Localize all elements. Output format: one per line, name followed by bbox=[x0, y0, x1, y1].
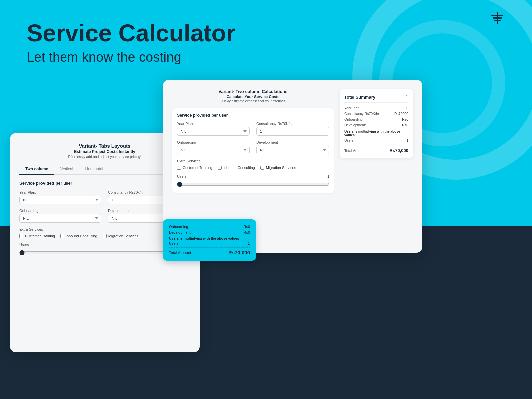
main-checkbox-migration-services[interactable]: Migration Services bbox=[260, 166, 296, 170]
onboarding-label: Onboarding bbox=[19, 209, 101, 213]
checkbox-customer-training[interactable]: Customer Training bbox=[19, 234, 55, 238]
bottom-onboarding-value: Rs0 bbox=[243, 225, 250, 229]
bottom-total-label: Total Amount: bbox=[169, 251, 192, 255]
summary-development-label: Development: bbox=[344, 123, 366, 127]
card-bottom-summary: Onboarding: Rs0 Development: Rs0 Users i… bbox=[163, 219, 256, 261]
bottom-row-onboarding: Onboarding: Rs0 bbox=[169, 225, 250, 229]
bottom-row-development: Development: Rs0 bbox=[169, 230, 250, 234]
summary-header: Total Summary ⌃ bbox=[344, 94, 408, 100]
summary-title: Total Summary bbox=[344, 95, 375, 100]
bottom-development-value: Rs0 bbox=[243, 230, 250, 234]
summary-panel: Total Summary ⌃ Year Plan: 0 Consultancy… bbox=[340, 89, 413, 243]
hero-text-block: Service Calculator Let them know the cos… bbox=[27, 20, 235, 65]
main-extra-services-checkboxes: Customer Training Inbound Consulting Mig… bbox=[177, 166, 329, 170]
checkbox-inbound-consulting-input[interactable] bbox=[60, 234, 64, 238]
main-users-row: Users 1 bbox=[177, 174, 329, 178]
bottom-users-value: 1 bbox=[248, 241, 250, 245]
service-section-main: Service provided per user Year Plan: NIL… bbox=[172, 108, 334, 193]
bottom-total-value: Rs70,000 bbox=[228, 250, 250, 255]
summary-users-value: 1 bbox=[406, 138, 408, 142]
tab-vertical[interactable]: Vertical bbox=[54, 164, 79, 175]
summary-onboarding-value: Rs0 bbox=[402, 117, 408, 121]
summary-year-value: 0 bbox=[406, 106, 408, 110]
summary-divider bbox=[344, 102, 408, 103]
main-checkbox-customer-training[interactable]: Customer Training bbox=[177, 166, 212, 170]
main-consultancy-label: Consultancy Rs70K/hr bbox=[256, 122, 329, 126]
year-plan-label: Year Plan: bbox=[19, 190, 101, 194]
card-main-title: Variant- Two column Calculations bbox=[172, 89, 334, 94]
main-form-row-year: Year Plan: NIL Consultancy Rs70K/hr bbox=[177, 122, 329, 136]
summary-row-development: Development: Rs0 bbox=[344, 123, 408, 127]
bottom-row-users: Users: 1 bbox=[169, 241, 250, 245]
year-plan-group: Year Plan: NIL bbox=[19, 190, 101, 204]
main-year-plan-label: Year Plan: bbox=[177, 122, 250, 126]
summary-divider-dashed bbox=[344, 145, 408, 145]
main-consultancy-group: Consultancy Rs70K/hr bbox=[256, 122, 329, 136]
bottom-users-label: Users: bbox=[169, 241, 180, 245]
summary-card: Total Summary ⌃ Year Plan: 0 Consultancy… bbox=[340, 89, 413, 158]
main-users-label: Users bbox=[177, 174, 187, 178]
onboarding-group: Onboarding NIL bbox=[19, 209, 101, 223]
tab-horizontal[interactable]: Horizontal bbox=[79, 164, 109, 175]
summary-row-year: Year Plan: 0 bbox=[344, 106, 408, 110]
summary-onboarding-label: Onboarding: bbox=[344, 117, 364, 121]
main-year-plan-select[interactable]: NIL bbox=[177, 127, 250, 136]
page-title: Service Calculator bbox=[27, 20, 235, 46]
summary-total-row: Total Amount: Rs70,000 bbox=[344, 148, 408, 153]
main-checkbox-ms-input[interactable] bbox=[260, 166, 264, 170]
summary-users-label: Users: bbox=[344, 138, 354, 142]
main-onboarding-select[interactable]: NIL bbox=[177, 146, 250, 154]
main-users-slider[interactable] bbox=[177, 182, 329, 187]
main-onboarding-label: Onboarding bbox=[177, 140, 250, 144]
summary-year-label: Year Plan: bbox=[344, 106, 360, 110]
checkbox-customer-training-input[interactable] bbox=[19, 234, 23, 238]
bottom-card-note: Users is multiplying with the above valu… bbox=[169, 236, 250, 240]
page-subtitle: Let them know the costing bbox=[27, 50, 235, 65]
summary-total-value: Rs70,000 bbox=[390, 148, 408, 153]
summary-row-onboarding: Onboarding: Rs0 bbox=[344, 117, 408, 121]
checkbox-inbound-consulting[interactable]: Inbound Consulting bbox=[60, 234, 97, 238]
logo-icon bbox=[489, 10, 505, 29]
summary-row-users: Users: 1 bbox=[344, 138, 408, 142]
main-checkbox-ic-input[interactable] bbox=[218, 166, 222, 170]
checkbox-migration-services-input[interactable] bbox=[103, 234, 107, 238]
summary-development-value: Rs0 bbox=[402, 123, 408, 127]
tab-two-column[interactable]: Two column bbox=[19, 164, 54, 175]
checkbox-migration-services[interactable]: Migration Services bbox=[103, 234, 138, 238]
main-extra-services-label: Extra Services bbox=[177, 159, 329, 163]
bottom-divider bbox=[169, 247, 250, 248]
bottom-onboarding-label: Onboarding: bbox=[169, 225, 189, 229]
main-users-count: 1 bbox=[327, 174, 329, 178]
main-development-group: Development NIL bbox=[256, 140, 329, 154]
year-plan-select[interactable]: NIL bbox=[19, 196, 101, 204]
summary-total-label: Total Amount: bbox=[344, 149, 367, 153]
main-onboarding-group: Onboarding NIL bbox=[177, 140, 250, 154]
main-checkbox-inbound-consulting[interactable]: Inbound Consulting bbox=[218, 166, 255, 170]
summary-consultancy-label: Consultancy Rs70K/hr: bbox=[344, 112, 380, 116]
service-section-title: Service provided per user bbox=[177, 113, 329, 118]
main-development-label: Development bbox=[256, 140, 329, 144]
main-form-row-onboarding: Onboarding NIL Development NIL bbox=[177, 140, 329, 154]
bottom-total-row: Total Amount: Rs70,000 bbox=[169, 250, 250, 255]
card-main-header: Variant- Two column Calculations Calcula… bbox=[172, 89, 334, 103]
summary-row-consultancy: Consultancy Rs70K/hr: Rs70000 bbox=[344, 112, 408, 116]
users-label: Users bbox=[19, 243, 29, 247]
onboarding-select[interactable]: NIL bbox=[19, 214, 101, 223]
main-consultancy-input[interactable] bbox=[256, 127, 329, 136]
card-main-subtitle: Calculate Your Service Costs bbox=[172, 95, 334, 99]
main-development-select[interactable]: NIL bbox=[256, 146, 329, 154]
summary-consultancy-value: Rs70000 bbox=[394, 112, 408, 116]
summary-note: Users is multiplying with the above valu… bbox=[344, 130, 408, 137]
summary-chevron-icon[interactable]: ⌃ bbox=[404, 94, 408, 100]
main-year-plan-group: Year Plan: NIL bbox=[177, 122, 250, 136]
card-main-desc: Quickly estimate expenses for your offer… bbox=[172, 99, 334, 103]
bottom-development-label: Development: bbox=[169, 230, 192, 234]
main-checkbox-ct-input[interactable] bbox=[177, 166, 181, 170]
